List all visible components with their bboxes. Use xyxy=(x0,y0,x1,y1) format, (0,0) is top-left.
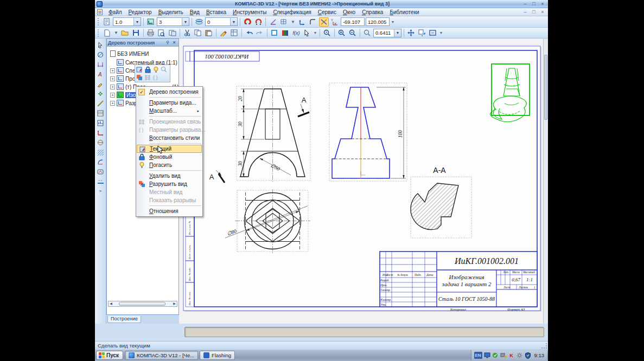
geometry-tool-icon[interactable] xyxy=(96,50,105,59)
snap-magnet-icon[interactable] xyxy=(243,17,252,27)
child-maximize-button[interactable]: □ xyxy=(531,9,537,15)
taskbar-task-kompas[interactable]: КОМПАС-3D V12 - [Че... xyxy=(125,351,198,360)
scale-combo[interactable]: 1.0▼ xyxy=(113,17,141,26)
tree-root-item[interactable]: БЕЗ ИМЕНИ xyxy=(110,50,149,57)
update-tray-icon[interactable] xyxy=(492,352,499,359)
library-manager-icon[interactable] xyxy=(280,28,290,37)
canvas-scroll-thumb[interactable] xyxy=(544,55,547,120)
new-document-dropdown[interactable]: ▼ xyxy=(114,30,118,35)
ctx-item-view-params[interactable]: Параметры вида... xyxy=(136,99,202,107)
grid-icon[interactable] xyxy=(279,17,289,27)
reports-tool-icon[interactable] xyxy=(96,119,105,127)
zoom-overflow-chevron[interactable]: ▾ xyxy=(440,30,442,35)
dimensions-tool-icon[interactable] xyxy=(96,60,105,68)
layer-combo-arrow[interactable]: ▼ xyxy=(230,18,237,25)
menu-select[interactable]: Выделить xyxy=(155,9,187,16)
gear-tray-icon[interactable] xyxy=(517,352,523,359)
cut-icon[interactable] xyxy=(182,28,192,37)
sheet-params-icon[interactable] xyxy=(102,17,112,27)
expand-plus-icon[interactable]: + xyxy=(110,85,115,89)
rounding-icon[interactable] xyxy=(308,17,318,27)
start-button[interactable]: Пуск xyxy=(96,351,123,360)
layers-icon[interactable] xyxy=(194,17,204,27)
ctx-item-relations[interactable]: Отношения xyxy=(136,207,202,215)
copy-properties-icon[interactable] xyxy=(219,28,228,37)
scroll-left-arrow[interactable]: ◀ xyxy=(109,301,113,306)
ctx-item-background[interactable]: Фоновый xyxy=(136,153,202,161)
zoom-rect-icon[interactable]: + xyxy=(322,28,332,37)
copy-icon[interactable] xyxy=(193,28,203,37)
menu-file[interactable]: Файл xyxy=(105,9,125,16)
menu-editor[interactable]: Редактор xyxy=(125,9,155,16)
context-help-icon[interactable] xyxy=(302,28,312,37)
refresh-view-icon[interactable] xyxy=(417,28,427,37)
layer-combo[interactable]: 0▼ xyxy=(205,17,238,26)
ortho-drawing-icon[interactable] xyxy=(319,17,329,27)
resize-grip[interactable] xyxy=(541,343,547,349)
paste-icon[interactable] xyxy=(204,28,214,37)
toolbar-grip[interactable] xyxy=(98,18,100,25)
snap-settings-magnet-icon[interactable] xyxy=(253,17,263,27)
grid-dropdown-arrow[interactable]: ▼ xyxy=(291,20,295,24)
tree-close-icon[interactable]: ✕ xyxy=(171,40,177,45)
undo-icon[interactable] xyxy=(244,28,254,37)
scale-combo-arrow[interactable]: ▼ xyxy=(133,18,141,25)
break-params-icon[interactable]: ( ) xyxy=(152,74,160,81)
zoom-out-icon[interactable] xyxy=(348,28,358,37)
drawing-canvas[interactable]: ИиКГ.001002.001 Взам. инв. № Подп. и дат… xyxy=(179,38,548,324)
coord-y-field[interactable]: -69.107 xyxy=(341,17,365,26)
spec-tool-icon[interactable] xyxy=(96,109,105,117)
tree-horizontal-scrollbar[interactable]: ◀ ▶ xyxy=(108,301,177,307)
angle-snap-icon[interactable] xyxy=(268,17,278,27)
zoom-combo-arrow[interactable]: ▼ xyxy=(394,29,401,37)
open-icon[interactable] xyxy=(120,28,130,37)
scroll-thumb[interactable] xyxy=(119,302,165,306)
ctx-item-hide[interactable]: Погасить xyxy=(136,161,202,169)
menu-tools[interactable]: Инструменты xyxy=(229,9,270,16)
hatch-tool-icon[interactable] xyxy=(96,148,105,156)
save-icon[interactable] xyxy=(131,28,141,37)
menu-help[interactable]: Справка xyxy=(359,9,386,16)
child-minimize-button[interactable]: – xyxy=(522,9,528,15)
child-close-button[interactable]: × xyxy=(539,9,546,15)
print-preview-icon[interactable] xyxy=(157,28,167,37)
menu-insert[interactable]: Вставка xyxy=(203,9,229,16)
expand-plus-icon[interactable]: + xyxy=(110,68,115,73)
menu-specification[interactable]: Спецификация xyxy=(270,9,314,16)
properties-table-icon[interactable] xyxy=(229,28,239,37)
expand-plus-icon[interactable]: + xyxy=(110,76,115,81)
toolbar-overflow-chevron[interactable]: ▾ xyxy=(392,20,394,24)
device-tray-icon[interactable] xyxy=(500,352,507,359)
minimize-button[interactable]: – xyxy=(522,1,528,7)
language-indicator[interactable]: EN xyxy=(474,352,482,359)
expand-plus-icon[interactable]: + xyxy=(110,101,115,106)
make-current-icon[interactable] xyxy=(136,66,143,73)
panel-expand-chevron[interactable]: » xyxy=(96,187,105,195)
ctx-item-scale[interactable]: Масштаб... ▸ xyxy=(136,107,202,115)
variables-icon[interactable] xyxy=(270,28,279,37)
tab-construction[interactable]: Построение xyxy=(107,316,141,323)
redo-icon[interactable] xyxy=(255,28,265,37)
broken-view-icon[interactable] xyxy=(96,138,105,146)
ctx-item-show-breaks[interactable]: Показать разрывы xyxy=(136,196,202,204)
zoom-combo[interactable]: 0.6411▼ xyxy=(373,29,401,37)
local-cs-icon[interactable] xyxy=(297,17,307,27)
zoom-view-icon[interactable] xyxy=(160,66,168,73)
ctx-item-delete-view[interactable]: Удалить вид xyxy=(136,172,202,180)
editing-tool-icon[interactable] xyxy=(96,80,105,88)
kaspersky-tray-icon[interactable]: K xyxy=(508,352,515,359)
menu-window[interactable]: Окно xyxy=(340,9,359,16)
zoom-current-icon[interactable] xyxy=(362,28,372,37)
ctx-item-destroy-view[interactable]: Разрушить вид xyxy=(136,180,202,188)
show-all-icon[interactable] xyxy=(428,28,438,37)
designations-tool-icon[interactable]: A xyxy=(96,70,105,78)
pin-icon[interactable]: ⚲ xyxy=(164,40,171,45)
axis-tool-icon[interactable] xyxy=(96,177,105,185)
print-icon[interactable] xyxy=(146,28,156,37)
standard-overflow-chevron[interactable]: ▾ xyxy=(314,30,316,35)
current-view-icon[interactable] xyxy=(146,17,156,27)
parametrization-tool-icon[interactable] xyxy=(96,89,105,98)
sketch-tool-icon[interactable] xyxy=(96,167,105,176)
menu-libraries[interactable]: Библиотеки xyxy=(386,9,422,16)
ctx-item-tree[interactable]: ✓ Дерево построения xyxy=(136,88,202,96)
